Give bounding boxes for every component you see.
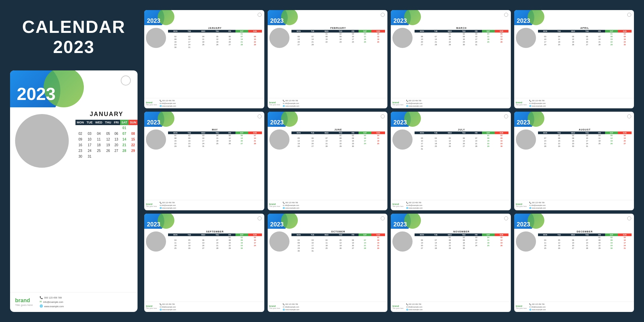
sc-phone: 📞 000 123 456 789: [406, 303, 423, 306]
sc-day: 15: [334, 140, 347, 142]
sc-day: 26: [495, 41, 508, 43]
sc-day: 19: [291, 142, 306, 145]
sc-email: ✉ info@example.com: [283, 102, 299, 105]
sc-body: JULY MON TUE WED THU FRI SAT SUN: [391, 127, 511, 200]
sc-day: 07: [580, 239, 594, 241]
sc-calendar: FEBRUARY MON TUE WED THU FRI SAT SUN: [291, 26, 386, 97]
sc-day: 20: [291, 41, 306, 43]
contact-phone-row: 📞 000 123 456 789: [40, 296, 64, 300]
sc-day: 29: [371, 247, 385, 250]
sc-email: ✉ info@example.com: [160, 102, 176, 105]
sc-day: 06: [291, 35, 306, 38]
sc-day: [248, 247, 262, 250]
sc-calendar: SEPTEMBER MON TUE WED THU FRI SAT SUN: [167, 230, 263, 301]
sc-day: [371, 250, 385, 252]
sc-brand-name: brand: [146, 101, 157, 104]
sc-mon: MON: [538, 131, 553, 134]
sc-day: 30: [168, 46, 183, 49]
sc-day: 14: [248, 137, 262, 140]
left-panel: CALENDAR 2023 2023 JANUARY MON: [10, 10, 138, 312]
sc-day: 05: [291, 137, 306, 140]
sc-body: JUNE MON TUE WED THU FRI SAT SUN: [268, 127, 388, 200]
sc-wed: WED: [319, 131, 334, 134]
sc-day: 21: [594, 41, 605, 43]
sc-mon: MON: [168, 233, 183, 236]
sc-tue: TUE: [429, 233, 442, 236]
sc-day: 03: [183, 35, 196, 38]
sc-day: 22: [605, 41, 618, 43]
sc-brand-name: brand: [392, 203, 404, 205]
sc-day: 25: [482, 244, 495, 247]
sc-top: 2023: [268, 112, 388, 127]
sc-day: 02: [347, 134, 359, 137]
calendar-day: 20: [113, 142, 120, 148]
sc-brand-block: brand Title goes here: [516, 203, 527, 207]
contact-website-row: 🌐 www.example.com: [40, 304, 64, 309]
calendar-day: 28: [120, 148, 128, 154]
sc-brand-name: brand: [392, 305, 404, 307]
sc-day: 06: [618, 134, 632, 137]
sc-wed: WED: [196, 131, 211, 134]
sc-day: 19: [552, 244, 566, 247]
sc-day: [415, 134, 429, 137]
sc-body: FEBRUARY MON TUE WED THU FRI SAT SUN: [268, 25, 388, 98]
sc-day: 26: [371, 41, 385, 43]
sc-day: 13: [196, 241, 211, 244]
sc-fri: FRI: [594, 30, 605, 33]
sc-day: 09: [566, 137, 581, 140]
sc-brand-block: brand Title goes here: [146, 101, 157, 106]
sc-day: 21: [580, 244, 594, 247]
circle-decoration: [121, 75, 131, 86]
sc-day: 16: [334, 38, 347, 41]
sc-day: 11: [168, 241, 183, 244]
sc-day: 13: [235, 137, 248, 140]
calendar-table: MON TUE WED THU FRI SAT SUN 010203040506…: [75, 120, 138, 159]
sc-circle-decoration: [381, 13, 385, 17]
sc-mon: MON: [415, 131, 429, 134]
website-url: www.example.com: [44, 305, 64, 308]
sc-sat: SAT: [235, 30, 248, 33]
sc-day: 27: [618, 142, 632, 145]
sc-contact: 📞 000 123 456 789 ✉ info@example.com 🌐 w…: [160, 303, 176, 311]
sc-thu: THU: [457, 233, 471, 236]
sc-calendar: MARCH MON TUE WED THU FRI SAT SUN: [414, 26, 509, 97]
sc-body: DECEMBER MON TUE WED THU FRI SAT SUN: [514, 229, 634, 302]
sc-day: 02: [605, 236, 618, 239]
sc-sat: SAT: [482, 233, 495, 236]
sc-day: 30: [457, 247, 471, 250]
sc-day: [566, 236, 581, 239]
month-title: JANUARY: [75, 111, 138, 118]
sc-day: 22: [334, 142, 347, 145]
sc-day: 07: [319, 137, 334, 140]
sc-brand-block: brand Title goes here: [516, 101, 527, 106]
sc-day: 02: [168, 35, 183, 38]
calendar-day: 11: [94, 137, 104, 142]
sc-day: 25: [482, 41, 495, 43]
calendar-day: 25: [94, 148, 104, 154]
sc-day: 27: [291, 43, 306, 46]
sc-day: [429, 33, 442, 35]
sc-fri: FRI: [347, 233, 359, 236]
sc-day: 18: [429, 142, 442, 145]
calendar-day: 19: [104, 142, 113, 148]
sc-web: 🌐 www.example.com: [283, 308, 299, 311]
sc-day: 13: [347, 241, 359, 244]
sc-day: 04: [168, 239, 183, 241]
sc-mon: MON: [168, 30, 183, 33]
calendar-day: [120, 154, 128, 159]
sc-phone: 📞 000 123 456 789: [283, 303, 299, 306]
sc-day: 02: [495, 134, 508, 137]
sc-day: [566, 33, 581, 35]
sc-day: 21: [319, 142, 334, 145]
sc-day: 07: [429, 35, 442, 38]
sc-tue: TUE: [552, 30, 566, 33]
sc-brand-name: brand: [516, 101, 527, 104]
sc-brand-name: brand: [269, 101, 280, 104]
sc-photo-area: [516, 129, 536, 150]
sc-circle-decoration: [381, 114, 385, 118]
sc-day: 03: [538, 35, 553, 38]
sc-day: 21: [429, 41, 442, 43]
header-sun: SUN: [128, 120, 138, 125]
calendar-day: 08: [128, 131, 138, 137]
sc-day: 16: [457, 241, 471, 244]
